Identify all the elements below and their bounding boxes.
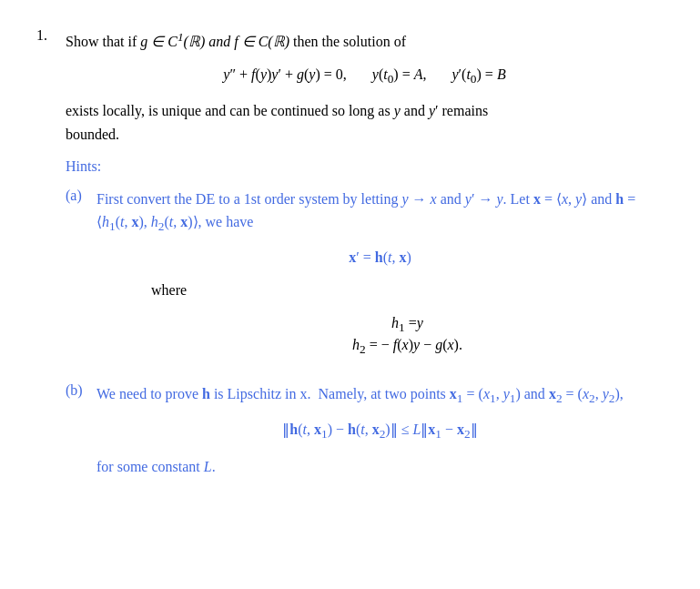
intro-paragraph: Show that if g ∈ C1(ℝ) and f ∈ C(ℝ) then… bbox=[66, 27, 664, 54]
sub-content-a: First convert the DE to a 1st order syst… bbox=[96, 188, 664, 366]
sub-b-text: We need to prove h is Lipschitz in x. Na… bbox=[96, 382, 664, 409]
sub-item-b: (b) We need to prove h is Lipschitz in x… bbox=[66, 382, 664, 478]
h-equations: h1 =y h2 = − f(x)y − g(x). bbox=[151, 315, 664, 357]
hints-label: Hints: bbox=[66, 155, 664, 178]
sub-item-a: (a) First convert the DE to a 1st order … bbox=[66, 188, 664, 366]
exists-paragraph: exists locally, is unique and can be con… bbox=[66, 99, 664, 146]
problem-container: 1. Show that if g ∈ C1(ℝ) and f ∈ C(ℝ) t… bbox=[36, 27, 664, 478]
h2-equation: h2 = − f(x)y − g(x). bbox=[151, 337, 664, 357]
intro-text: Show that if bbox=[66, 34, 137, 49]
where-label: where bbox=[151, 279, 664, 302]
h1-equation: h1 =y bbox=[151, 315, 664, 335]
problem-content: Show that if g ∈ C1(ℝ) and f ∈ C(ℝ) then… bbox=[66, 27, 664, 478]
where-section: where h1 =y h2 = − f(x)y − g(x). bbox=[151, 279, 664, 357]
intro-math: g ∈ C1(ℝ) and f ∈ C(ℝ) bbox=[140, 34, 293, 49]
sub-label-a: (a) bbox=[66, 188, 89, 204]
sub-a-display-eq: x′ = h(t, x) bbox=[96, 249, 664, 266]
problem-number: 1. bbox=[36, 27, 58, 44]
sub-content-b: We need to prove h is Lipschitz in x. Na… bbox=[96, 382, 664, 478]
sub-b-for-text: for some constant L. bbox=[96, 455, 664, 479]
intro-end: then the solution of bbox=[293, 34, 406, 49]
sub-label-b: (b) bbox=[66, 382, 89, 399]
display-equation: y″ + f(y)y′ + g(y) = 0, y(t0) = A, y′(t0… bbox=[66, 66, 664, 86]
sub-b-display-ineq: ‖h(t, x1) − h(t, x2)‖ ≤ L‖x1 − x2‖ bbox=[96, 421, 664, 442]
sub-a-text: First convert the DE to a 1st order syst… bbox=[96, 188, 664, 237]
